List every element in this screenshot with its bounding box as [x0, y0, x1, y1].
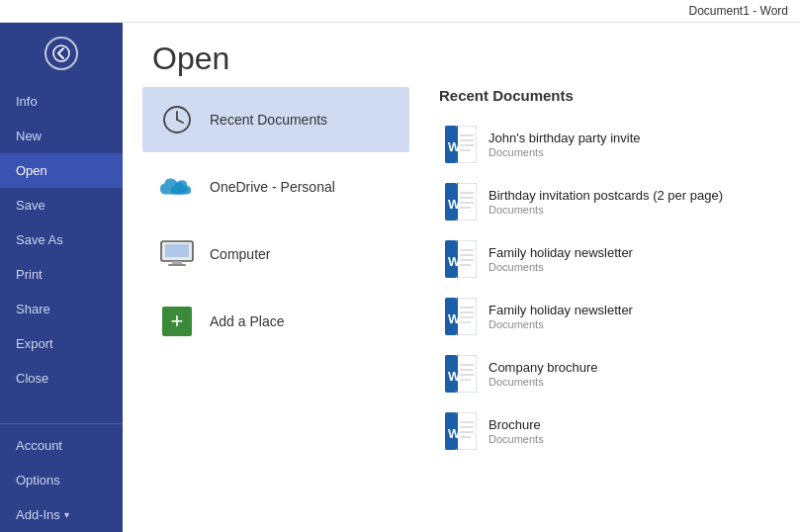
location-item-computer[interactable]: Computer	[142, 222, 409, 287]
doc-location: Documents	[489, 261, 633, 273]
doc-item[interactable]: W Brochure Documents	[439, 402, 780, 460]
word-doc-icon: W	[443, 410, 479, 452]
doc-name: Brochure	[489, 417, 544, 432]
doc-list: W John's birthday party invite Documents…	[439, 116, 780, 460]
doc-info: Brochure Documents	[489, 417, 544, 445]
location-item-onedrive[interactable]: OneDrive - Personal	[142, 154, 409, 220]
location-label-recent: Recent Documents	[210, 112, 327, 128]
word-doc-icon: W	[443, 181, 479, 222]
sidebar-bottom: Account Options Add-Ins ▾	[0, 423, 123, 532]
sidebar-item-account[interactable]: Account	[0, 428, 123, 463]
onedrive-icon	[158, 168, 196, 206]
svg-text:W: W	[448, 254, 461, 269]
doc-name: Family holiday newsletter	[489, 245, 633, 260]
sidebar-item-export[interactable]: Export	[0, 326, 123, 361]
page-title: Open	[152, 41, 770, 77]
location-item-add[interactable]: + Add a Place	[142, 289, 409, 354]
page-title-area: Open	[123, 23, 800, 87]
title-bar-text: Document1 - Word	[689, 4, 788, 18]
doc-name: John's birthday party invite	[489, 131, 641, 145]
svg-point-0	[53, 45, 69, 61]
back-circle-icon	[44, 37, 78, 70]
doc-location: Documents	[489, 376, 598, 388]
svg-rect-7	[168, 264, 186, 266]
svg-text:W: W	[448, 197, 461, 212]
add-place-icon: +	[158, 303, 196, 340]
word-doc-icon: W	[443, 238, 479, 280]
svg-rect-5	[165, 244, 189, 257]
svg-text:W: W	[448, 426, 461, 441]
doc-item[interactable]: W Company brochure Documents	[439, 345, 780, 402]
doc-info: John's birthday party invite Documents	[489, 131, 641, 158]
location-label-onedrive: OneDrive - Personal	[210, 179, 335, 195]
doc-location: Documents	[489, 204, 723, 216]
doc-name: Birthday invitation postcards (2 per pag…	[489, 188, 723, 203]
doc-item[interactable]: W Family holiday newsletter Documents	[439, 288, 780, 345]
doc-info: Company brochure Documents	[489, 360, 598, 388]
content-body: Recent Documents OneDrive - Personal	[123, 87, 800, 532]
recent-clock-icon	[158, 101, 196, 138]
sidebar-item-open[interactable]: Open	[0, 153, 123, 188]
addins-dropdown-icon: ▾	[64, 509, 69, 520]
location-label-computer: Computer	[210, 246, 270, 262]
sidebar-item-info[interactable]: Info	[0, 84, 123, 119]
doc-info: Family holiday newsletter Documents	[489, 245, 633, 273]
back-button[interactable]	[0, 23, 123, 84]
doc-item[interactable]: W Family holiday newsletter Documents	[439, 230, 780, 288]
sidebar-item-save[interactable]: Save	[0, 188, 123, 222]
doc-info: Birthday invitation postcards (2 per pag…	[489, 188, 723, 216]
sidebar-item-print[interactable]: Print	[0, 257, 123, 292]
recent-docs-title: Recent Documents	[439, 87, 780, 108]
sidebar-item-addins[interactable]: Add-Ins ▾	[0, 497, 123, 532]
svg-rect-6	[172, 261, 182, 264]
svg-text:W: W	[448, 139, 461, 154]
doc-name: Family holiday newsletter	[489, 303, 633, 317]
content-area: Open Recent Documents	[123, 23, 800, 532]
sidebar-item-new[interactable]: New	[0, 119, 123, 153]
sidebar-item-options[interactable]: Options	[0, 463, 123, 497]
doc-location: Documents	[489, 433, 544, 445]
svg-text:W: W	[448, 369, 461, 384]
doc-item[interactable]: W Birthday invitation postcards (2 per p…	[439, 173, 780, 230]
svg-line-3	[177, 120, 183, 123]
location-label-add: Add a Place	[210, 313, 285, 329]
doc-location: Documents	[489, 318, 633, 330]
sidebar-nav: Info New Open Save Save As Print Share E…	[0, 84, 123, 532]
word-doc-icon: W	[443, 296, 479, 337]
location-panel: Recent Documents OneDrive - Personal	[123, 87, 419, 532]
sidebar-item-save-as[interactable]: Save As	[0, 222, 123, 257]
doc-item[interactable]: W John's birthday party invite Documents	[439, 116, 780, 173]
doc-location: Documents	[489, 146, 641, 158]
sidebar: Info New Open Save Save As Print Share E…	[0, 23, 123, 532]
word-doc-icon: W	[443, 353, 479, 395]
word-doc-icon: W	[443, 124, 479, 165]
location-item-recent[interactable]: Recent Documents	[142, 87, 409, 152]
doc-name: Company brochure	[489, 360, 598, 375]
svg-text:W: W	[448, 311, 461, 326]
doc-info: Family holiday newsletter Documents	[489, 303, 633, 330]
computer-icon	[158, 235, 196, 273]
sidebar-item-close[interactable]: Close	[0, 361, 123, 396]
recent-docs-panel: Recent Documents W John's birthday party…	[419, 87, 800, 532]
sidebar-item-share[interactable]: Share	[0, 292, 123, 326]
